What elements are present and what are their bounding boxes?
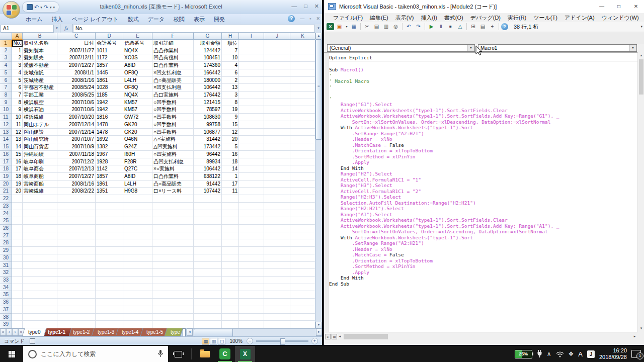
cell-G34[interactable]: [194, 284, 222, 292]
cell-F16[interactable]: ○凹実施料: [152, 151, 194, 158]
cell-A35[interactable]: [12, 291, 23, 299]
cell-D1[interactable]: 会計番号: [96, 40, 123, 47]
cell-B10[interactable]: 横浜石油: [23, 106, 57, 114]
cell-K35[interactable]: [290, 291, 315, 299]
cell-B39[interactable]: [23, 321, 57, 328]
row-header-5[interactable]: 5: [0, 69, 12, 77]
code-line[interactable]: End With: [329, 165, 638, 171]
code-line[interactable]: Range("A1").Select: [329, 212, 638, 218]
ribbon-tab-校閲[interactable]: 校閲: [169, 15, 189, 24]
run-icon[interactable]: ▶: [427, 23, 436, 31]
cell-H6[interactable]: 2: [222, 77, 239, 84]
cell-I9[interactable]: [239, 99, 264, 107]
cell-F32[interactable]: [152, 269, 194, 277]
dropdown-arrow-icon[interactable]: ▼: [629, 45, 636, 51]
cell-B1[interactable]: 取引先名称: [23, 40, 57, 47]
cell-E16[interactable]: I60H: [123, 151, 152, 158]
save-icon[interactable]: ▦: [350, 23, 358, 31]
cell-G37[interactable]: [194, 306, 222, 314]
cell-D34[interactable]: [96, 284, 123, 292]
cell-F7[interactable]: ×凹支払利息: [152, 84, 194, 92]
cell-C6[interactable]: 2008/1/16: [57, 77, 96, 84]
break-icon[interactable]: Ⅱ: [437, 23, 445, 31]
ime-language-icon[interactable]: J: [587, 350, 595, 358]
cell-F5[interactable]: ×凹支払利息: [152, 69, 194, 77]
column-header-H[interactable]: H: [222, 33, 239, 40]
workbook-close-button[interactable]: ✕: [316, 16, 320, 21]
prev-sheet-button[interactable]: ‹: [6, 328, 12, 336]
menu-挿入(I)[interactable]: 挿入(I): [417, 14, 440, 22]
cell-K3[interactable]: [290, 54, 315, 62]
cell-J27[interactable]: [264, 232, 290, 240]
copy-icon[interactable]: ▤: [372, 23, 381, 31]
cell-H35[interactable]: [222, 291, 239, 299]
cell-J19[interactable]: [264, 173, 290, 180]
cell-C3[interactable]: 2007/12/11: [57, 54, 96, 62]
cell-J31[interactable]: [264, 262, 290, 269]
cell-K4[interactable]: [290, 62, 315, 69]
cell-B18[interactable]: 岐阜商会: [23, 165, 57, 173]
menu-ファイル(F)[interactable]: ファイル(F): [330, 14, 366, 22]
row-header-16[interactable]: 16: [0, 151, 12, 158]
cell-G13[interactable]: 106877: [194, 129, 222, 136]
cell-A8[interactable]: 7: [12, 92, 23, 99]
cell-I13[interactable]: [239, 129, 264, 136]
cell-F12[interactable]: ○凹手数料: [152, 121, 194, 129]
procedure-view-button[interactable]: ≡: [325, 334, 331, 339]
code-line[interactable]: .Header = xlNo: [329, 246, 638, 252]
cell-H22[interactable]: [222, 195, 239, 203]
cell-A27[interactable]: [12, 232, 23, 240]
cell-D5[interactable]: 1445: [96, 69, 123, 77]
cell-K9[interactable]: [290, 99, 315, 107]
code-line[interactable]: Range("G1").Select: [329, 102, 638, 108]
row-header-33[interactable]: 33: [0, 277, 12, 284]
cell-G21[interactable]: 107442: [194, 188, 222, 195]
cell-G32[interactable]: [194, 269, 222, 277]
code-line[interactable]: .Apply: [329, 159, 638, 165]
cell-B37[interactable]: [23, 306, 57, 314]
cell-I27[interactable]: [239, 232, 264, 240]
cell-B12[interactable]: 岡山ホテル: [23, 121, 57, 129]
cell-A21[interactable]: 20: [12, 188, 23, 195]
cell-F13[interactable]: ○凹手数料: [152, 129, 194, 136]
cell-F38[interactable]: [152, 314, 194, 321]
vertical-scroll-thumb[interactable]: [639, 59, 643, 95]
cell-K34[interactable]: [290, 284, 315, 292]
cell-I2[interactable]: [239, 47, 264, 55]
scroll-right-icon[interactable]: ►: [316, 328, 322, 336]
cell-J4[interactable]: [264, 62, 290, 69]
cell-G1[interactable]: 取引金額: [194, 40, 222, 47]
cell-H7[interactable]: 13: [222, 84, 239, 92]
row-header-13[interactable]: 13: [0, 129, 12, 136]
reset-icon[interactable]: ■: [446, 23, 455, 31]
ribbon-tab-表示[interactable]: 表示: [189, 15, 209, 24]
code-line[interactable]: With ActiveWorkbook.Worksheets("type1-1"…: [329, 235, 638, 241]
horizontal-scroll-thumb[interactable]: [194, 329, 233, 337]
code-line[interactable]: .Apply: [329, 269, 638, 276]
cell-G15[interactable]: 173442: [194, 143, 222, 151]
cell-J20[interactable]: [264, 180, 290, 188]
code-horizontal-scrollbar[interactable]: ≡ ▤ ◄ ►: [324, 332, 638, 340]
cell-J30[interactable]: [264, 254, 290, 262]
cell-D11[interactable]: 1816: [96, 114, 123, 121]
cell-G31[interactable]: [194, 262, 222, 269]
cell-F1[interactable]: 取引詳細: [152, 40, 194, 47]
cell-F8[interactable]: 凸口実施料: [152, 92, 194, 99]
code-line[interactable]: End Sub: [329, 281, 638, 287]
cell-H34[interactable]: [222, 284, 239, 292]
cell-G18[interactable]: 106442: [194, 165, 222, 173]
cell-H2[interactable]: 7: [222, 47, 239, 55]
cell-C23[interactable]: [57, 203, 96, 210]
cell-I17[interactable]: [239, 158, 264, 166]
cell-I25[interactable]: [239, 217, 264, 225]
cell-D37[interactable]: [96, 306, 123, 314]
cell-C15[interactable]: 2007/10/9: [57, 143, 96, 151]
cell-C7[interactable]: 2008/5/24: [57, 84, 96, 92]
action-center-icon[interactable]: 1: [631, 350, 641, 358]
cell-G39[interactable]: [194, 321, 222, 328]
cell-F10[interactable]: ○凹手数料: [152, 106, 194, 114]
cell-C37[interactable]: [57, 306, 96, 314]
cell-E22[interactable]: [123, 195, 152, 203]
cell-K11[interactable]: [290, 114, 315, 121]
cell-F17[interactable]: 凸凹支払利息: [152, 158, 194, 166]
